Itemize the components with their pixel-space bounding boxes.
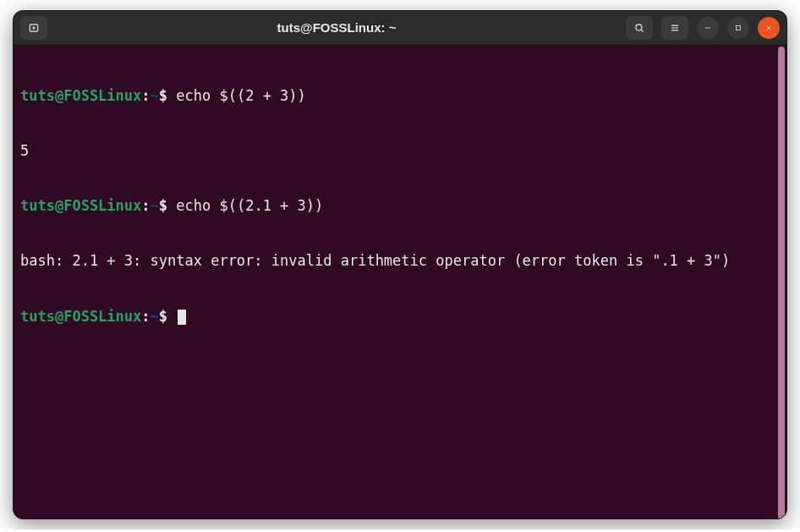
prompt-path: ~ [151,197,159,214]
prompt-symbol: $ [159,87,167,104]
terminal-output: 5 [20,142,768,161]
close-icon [764,24,773,32]
svg-point-3 [636,24,642,30]
close-button[interactable] [758,17,780,39]
prompt-sep: : [141,87,150,104]
cursor-block [178,310,186,325]
prompt-sep: : [141,308,150,325]
scrollbar-track[interactable] [776,45,786,518]
terminal-line: tuts@FOSSLinux:~$ echo $((2 + 3)) [20,87,768,106]
command-text: echo $((2.1 + 3)) [176,197,323,214]
prompt-user-host: tuts@FOSSLinux [20,87,141,104]
new-tab-button[interactable] [20,16,47,40]
minimize-button[interactable] [697,17,719,39]
prompt-sep: : [141,197,150,214]
terminal-viewport[interactable]: tuts@FOSSLinux:~$ echo $((2 + 3)) 5 tuts… [14,45,786,518]
command-text: echo $((2 + 3)) [176,87,306,104]
window-title: tuts@FOSSLinux: ~ [54,20,619,35]
svg-rect-9 [737,25,741,30]
titlebar: tuts@FOSSLinux: ~ [14,11,786,45]
new-tab-icon [28,22,40,34]
terminal-line: tuts@FOSSLinux:~$ [20,308,768,326]
terminal-line: tuts@FOSSLinux:~$ echo $((2.1 + 3)) [20,197,768,216]
search-icon [633,22,645,34]
terminal-window: tuts@FOSSLinux: ~ [13,10,787,519]
maximize-icon [734,24,742,32]
hamburger-icon [669,22,681,34]
prompt-user-host: tuts@FOSSLinux [20,197,141,214]
search-button[interactable] [626,16,653,40]
prompt-path: ~ [151,87,159,104]
scrollbar-thumb[interactable] [778,47,785,518]
terminal-content: tuts@FOSSLinux:~$ echo $((2 + 3)) 5 tuts… [20,50,780,363]
svg-line-4 [641,30,644,32]
hamburger-menu-button[interactable] [661,16,688,40]
terminal-output: bash: 2.1 + 3: syntax error: invalid ari… [20,252,768,271]
prompt-path: ~ [151,308,159,325]
minimize-icon [704,24,712,32]
prompt-symbol: $ [159,308,167,325]
prompt-user-host: tuts@FOSSLinux [20,308,141,325]
maximize-button[interactable] [727,17,749,39]
prompt-symbol: $ [159,197,167,214]
